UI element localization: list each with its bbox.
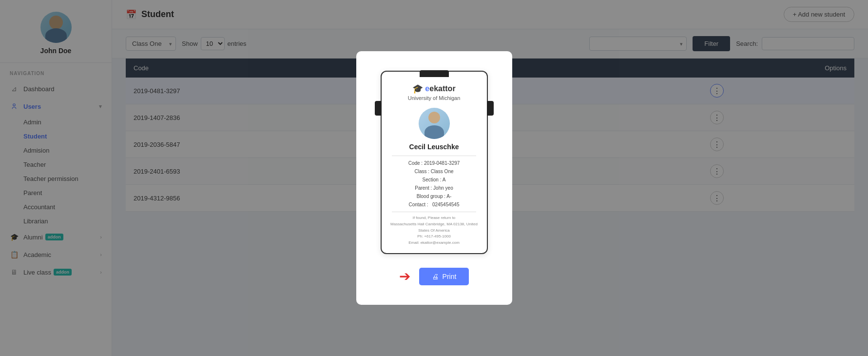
id-card-notch-right bbox=[487, 101, 494, 116]
card-divider-2 bbox=[392, 212, 476, 212]
student-photo bbox=[419, 108, 450, 139]
id-card-clip bbox=[420, 70, 449, 77]
print-area: ➔ 🖨 Print bbox=[399, 268, 469, 285]
ekattor-logo-icon: 🎓 bbox=[412, 83, 423, 94]
card-footer: If found, Please return to Massachusetts… bbox=[382, 215, 487, 246]
printer-icon: 🖨 bbox=[432, 273, 439, 280]
id-card-notch-left bbox=[375, 101, 382, 116]
print-button[interactable]: 🖨 Print bbox=[419, 268, 469, 285]
card-info: Code : 2019-0481-3297 Class : Class One … bbox=[382, 159, 487, 209]
student-name-on-card: Cecil Leuschke bbox=[409, 143, 459, 151]
id-card: 🎓 eekattor University of Michigan Cecil … bbox=[381, 71, 488, 254]
card-divider-1 bbox=[392, 156, 476, 156]
ekattor-logo-text: eekattor bbox=[425, 84, 455, 93]
modal: 🎓 eekattor University of Michigan Cecil … bbox=[356, 51, 512, 305]
modal-overlay[interactable]: 🎓 eekattor University of Michigan Cecil … bbox=[0, 0, 868, 356]
university-name: University of Michigan bbox=[408, 95, 461, 101]
arrow-icon: ➔ bbox=[399, 268, 410, 284]
id-card-logo-area: 🎓 eekattor University of Michigan bbox=[408, 78, 461, 104]
